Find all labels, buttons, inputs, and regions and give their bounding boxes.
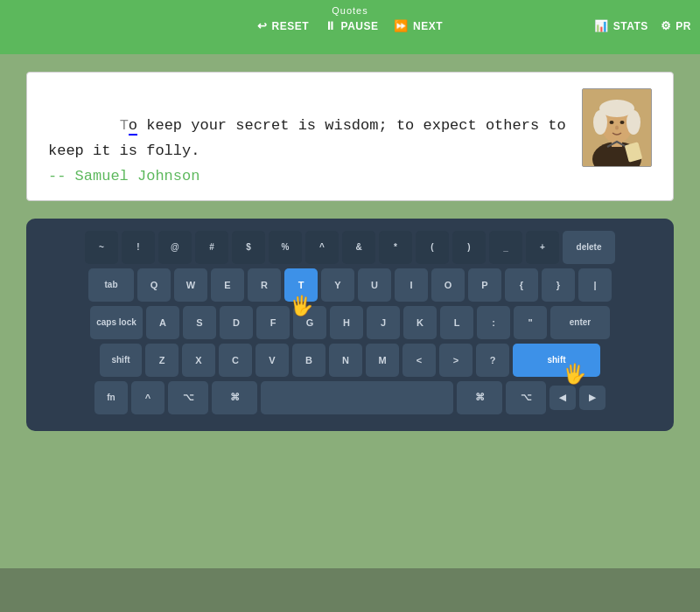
quote-author: -- Samuel Johnson <box>48 168 568 184</box>
reset-icon: ↩ <box>257 19 268 32</box>
pause-label: PAUSE <box>341 20 379 32</box>
key-m[interactable]: M <box>366 344 399 377</box>
key-o[interactable]: O <box>431 268 465 302</box>
key-star[interactable]: * <box>379 231 412 264</box>
svg-point-8 <box>620 121 625 124</box>
key-exclaim[interactable]: ! <box>122 231 155 264</box>
key-fn[interactable]: fn <box>94 381 128 414</box>
key-plus[interactable]: + <box>526 231 559 264</box>
key-caret[interactable]: ^ <box>305 231 339 264</box>
key-langle[interactable]: < <box>402 344 436 377</box>
stats-button[interactable]: 📊 STATS <box>594 19 648 32</box>
keyboard-row-2: tab Q W E R T 🖐 Y U I O P { } | <box>38 268 662 302</box>
key-w[interactable]: W <box>174 268 207 302</box>
key-shift-right[interactable]: shift 🖐 <box>513 344 600 377</box>
key-question[interactable]: ? <box>476 344 509 377</box>
keyboard-row-5: fn ^ ⌥ ⌘ ⌘ ⌥ ◀ ▶ <box>38 381 662 414</box>
key-u[interactable]: U <box>358 268 391 302</box>
key-tilde[interactable]: ~ <box>85 231 118 264</box>
key-d[interactable]: D <box>220 306 253 339</box>
quote-text: To keep your secret is wisdom; to expect… <box>48 88 568 164</box>
cursor-char: o <box>129 117 137 136</box>
key-cmd-right[interactable]: ⌘ <box>457 381 502 414</box>
key-c[interactable]: C <box>219 344 252 377</box>
svg-point-5 <box>593 110 607 135</box>
key-e[interactable]: E <box>211 268 244 302</box>
key-cmd-left[interactable]: ⌘ <box>212 381 257 414</box>
key-lparen[interactable]: ( <box>416 231 449 264</box>
key-s[interactable]: S <box>183 306 216 339</box>
key-percent[interactable]: % <box>269 231 302 264</box>
key-y[interactable]: Y <box>321 268 354 302</box>
key-space[interactable] <box>261 381 453 414</box>
main-area: To keep your secret is wisdom; to expect… <box>0 54 700 568</box>
key-pipe[interactable]: | <box>578 268 612 302</box>
svg-point-7 <box>610 121 614 124</box>
key-k[interactable]: K <box>403 306 437 339</box>
key-j[interactable]: J <box>367 306 400 339</box>
key-arrow-left[interactable]: ◀ <box>550 386 576 410</box>
pause-button[interactable]: ⏸ PAUSE <box>325 19 378 32</box>
key-opt-right[interactable]: ⌥ <box>506 381 546 414</box>
key-p[interactable]: P <box>468 268 501 302</box>
svg-point-9 <box>615 126 619 130</box>
key-dollar[interactable]: $ <box>232 231 265 264</box>
key-r[interactable]: R <box>248 268 281 302</box>
pause-icon: ⏸ <box>325 19 337 32</box>
svg-point-6 <box>626 110 640 135</box>
stats-label: STATS <box>613 20 648 32</box>
typed-text: T <box>120 117 129 134</box>
key-f[interactable]: F <box>256 306 290 339</box>
key-z[interactable]: Z <box>145 344 178 377</box>
key-at[interactable]: @ <box>158 231 192 264</box>
quote-text-area: To keep your secret is wisdom; to expect… <box>48 88 568 184</box>
key-minus[interactable]: _ <box>489 231 522 264</box>
key-shift-left[interactable]: shift <box>100 344 142 377</box>
key-ctrl[interactable]: ^ <box>131 381 164 414</box>
key-tab[interactable]: tab <box>88 268 134 302</box>
top-bar: Quotes ↩ RESET ⏸ PAUSE ⏩ NEXT 📊 STATS ⚙ … <box>0 0 700 54</box>
keyboard-row-4: shift Z X C V B N M < > ? shift 🖐 <box>38 344 662 377</box>
key-q[interactable]: Q <box>137 268 171 302</box>
key-t[interactable]: T 🖐 <box>284 268 318 302</box>
pr-button[interactable]: ⚙ PR <box>661 19 691 32</box>
key-rangle[interactable]: > <box>439 344 472 377</box>
key-g[interactable]: G <box>293 306 326 339</box>
reset-label: RESET <box>272 20 310 32</box>
reset-button[interactable]: ↩ RESET <box>257 19 309 32</box>
key-l[interactable]: L <box>440 306 473 339</box>
author-portrait <box>582 88 652 167</box>
key-rbrace[interactable]: } <box>542 268 575 302</box>
next-label: NEXT <box>413 20 443 32</box>
key-x[interactable]: X <box>182 344 215 377</box>
key-capslock[interactable]: caps lock <box>90 306 143 339</box>
key-amp[interactable]: & <box>342 231 375 264</box>
key-hash[interactable]: # <box>195 231 228 264</box>
key-b[interactable]: B <box>292 344 326 377</box>
key-a[interactable]: A <box>146 306 179 339</box>
next-button[interactable]: ⏩ NEXT <box>394 19 443 32</box>
key-rparen[interactable]: ) <box>452 231 486 264</box>
key-v[interactable]: V <box>256 344 289 377</box>
key-h[interactable]: H <box>330 306 363 339</box>
key-colon[interactable]: : <box>477 306 510 339</box>
bottom-strip <box>0 568 700 612</box>
keyboard-row-3: caps lock A S D F G H J K L : " enter <box>38 306 662 339</box>
pr-label: PR <box>676 20 691 32</box>
key-opt-left[interactable]: ⌥ <box>168 381 208 414</box>
next-icon: ⏩ <box>394 19 409 32</box>
key-arrow-right[interactable]: ▶ <box>579 386 606 410</box>
key-lbrace[interactable]: { <box>505 268 538 302</box>
top-bar-title: Quotes <box>332 5 368 16</box>
quote-box: To keep your secret is wisdom; to expect… <box>26 72 674 201</box>
keyboard-row-1: ~ ! @ # $ % ^ & * ( ) _ + delete <box>38 231 662 264</box>
key-i[interactable]: I <box>395 268 428 302</box>
key-delete[interactable]: delete <box>563 231 615 264</box>
key-enter[interactable]: enter <box>550 306 610 339</box>
stats-icon: 📊 <box>594 19 609 32</box>
portrait-svg <box>583 89 651 166</box>
gear-icon: ⚙ <box>661 19 672 32</box>
key-n[interactable]: N <box>329 344 362 377</box>
key-quote[interactable]: " <box>514 306 547 339</box>
keyboard-container: ~ ! @ # $ % ^ & * ( ) _ + delete tab Q W… <box>26 219 674 431</box>
